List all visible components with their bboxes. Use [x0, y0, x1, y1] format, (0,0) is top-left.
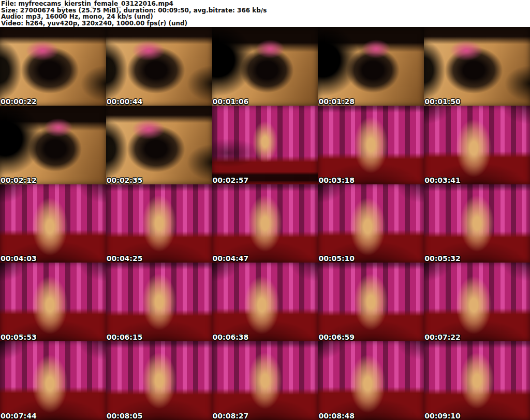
timestamp-label: 00:04:03: [1, 254, 37, 263]
timestamp-label: 00:00:22: [1, 97, 37, 106]
video-thumbnail: 00:05:10: [318, 184, 424, 263]
thumbnail-grid: 00:00:22 00:00:44 00:01:06 00:01:28 00:0…: [0, 27, 530, 420]
video-thumbnail: 00:03:18: [318, 106, 424, 184]
video-thumbnail: 00:02:35: [106, 106, 212, 184]
timestamp-label: 00:04:47: [213, 254, 249, 263]
video-thumbnail: 00:03:41: [424, 106, 530, 184]
timestamp-label: 00:05:32: [424, 254, 461, 263]
video-thumbnail: 00:02:12: [0, 106, 106, 184]
video-thumbnail: 00:04:47: [212, 184, 318, 263]
timestamp-label: 00:01:50: [424, 97, 461, 106]
video-thumbnail: 00:01:28: [318, 27, 424, 106]
timestamp-label: 00:01:28: [318, 97, 355, 106]
video-thumbnail: 00:07:44: [0, 341, 106, 420]
timestamp-label: 00:06:15: [107, 333, 143, 341]
timestamp-label: 00:03:18: [318, 176, 355, 184]
file-metadata-header: File: myfreecams_kierstin_female_0312201…: [0, 0, 530, 27]
video-thumbnail: 00:09:10: [424, 341, 530, 420]
timestamp-label: 00:05:10: [318, 254, 355, 263]
timestamp-label: 00:02:57: [213, 176, 249, 184]
timestamp-label: 00:01:06: [213, 97, 249, 106]
audio-info-line: Audio: mp3, 16000 Hz, mono, 24 kb/s (und…: [1, 13, 530, 20]
video-thumbnail: 00:06:59: [318, 263, 424, 341]
video-thumbnail: 00:06:15: [106, 263, 212, 341]
timestamp-label: 00:03:41: [424, 176, 461, 184]
timestamp-label: 00:06:38: [213, 333, 249, 341]
video-thumbnail: 00:07:22: [424, 263, 530, 341]
video-thumbnail: 00:05:53: [0, 263, 106, 341]
timestamp-label: 00:05:53: [1, 333, 37, 341]
video-thumbnail: 00:04:03: [0, 184, 106, 263]
video-thumbnail: 00:05:32: [424, 184, 530, 263]
timestamp-label: 00:00:44: [107, 97, 143, 106]
timestamp-label: 00:04:25: [107, 254, 143, 263]
timestamp-label: 00:07:44: [1, 412, 37, 420]
timestamp-label: 00:02:12: [1, 176, 37, 184]
timestamp-label: 00:08:48: [318, 412, 355, 420]
video-thumbnail: 00:01:06: [212, 27, 318, 106]
video-thumbnail: 00:02:57: [212, 106, 318, 184]
video-thumbnail: 00:08:27: [212, 341, 318, 420]
timestamp-label: 00:06:59: [318, 333, 355, 341]
file-name-line: File: myfreecams_kierstin_female_0312201…: [1, 1, 530, 7]
video-info-line: Video: h264, yuv420p, 320x240, 1000.00 f…: [1, 20, 530, 27]
timestamp-label: 00:02:35: [107, 176, 143, 184]
video-thumbnail: 00:08:05: [106, 341, 212, 420]
video-thumbnail: 00:01:50: [424, 27, 530, 106]
video-thumbnail: 00:04:25: [106, 184, 212, 263]
video-thumbnail: 00:06:38: [212, 263, 318, 341]
video-thumbnail: 00:00:44: [106, 27, 212, 106]
video-thumbnail: 00:08:48: [318, 341, 424, 420]
timestamp-label: 00:08:27: [213, 412, 249, 420]
timestamp-label: 00:09:10: [424, 412, 461, 420]
video-thumbnail: 00:00:22: [0, 27, 106, 106]
timestamp-label: 00:07:22: [424, 333, 461, 341]
timestamp-label: 00:08:05: [107, 412, 143, 420]
